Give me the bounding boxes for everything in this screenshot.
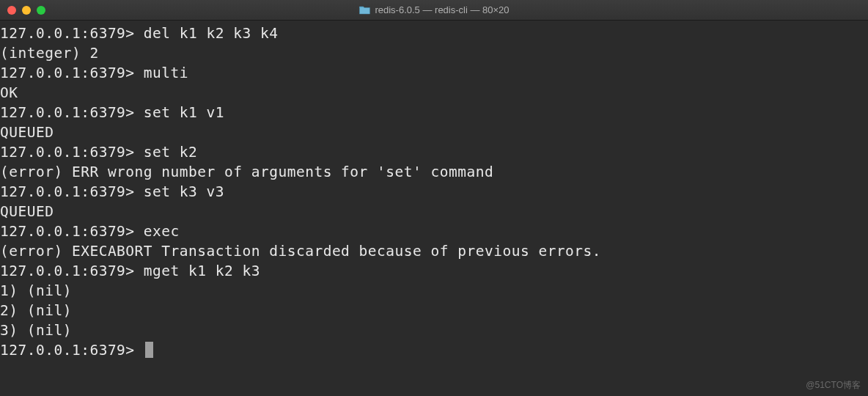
terminal-command-line: 127.0.0.1:6379> set k3 v3 [0, 182, 868, 202]
terminal-output-line: QUEUED [0, 122, 868, 142]
terminal-output-line: 3) (nil) [0, 320, 868, 340]
window-title: redis-6.0.5 — redis-cli — 80×20 [358, 4, 509, 15]
terminal-command-line: 127.0.0.1:6379> mget k1 k2 k3 [0, 261, 868, 281]
window-title-text: redis-6.0.5 — redis-cli — 80×20 [375, 4, 509, 15]
terminal-output-line: 2) (nil) [0, 301, 868, 320]
terminal-output-line: 1) (nil) [0, 281, 868, 301]
terminal-output-line: (integer) 2 [0, 43, 868, 63]
titlebar: redis-6.0.5 — redis-cli — 80×20 [0, 0, 868, 21]
terminal-output-line: QUEUED [0, 202, 868, 221]
minimize-icon[interactable] [22, 6, 31, 15]
terminal-command-line: 127.0.0.1:6379> multi [0, 63, 868, 83]
watermark: @51CTO博客 [806, 379, 861, 392]
terminal-output-line: (error) ERR wrong number of arguments fo… [0, 162, 868, 182]
terminal-command-line: 127.0.0.1:6379> set k2 [0, 142, 868, 162]
terminal-output-line: OK [0, 83, 868, 103]
folder-icon [358, 5, 370, 15]
close-icon[interactable] [7, 6, 16, 15]
terminal-command-line: 127.0.0.1:6379> del k1 k2 k3 k4 [0, 23, 868, 43]
terminal-output-line: (error) EXECABORT Transaction discarded … [0, 241, 868, 261]
terminal-command-line: 127.0.0.1:6379> set k1 v1 [0, 103, 868, 122]
maximize-icon[interactable] [37, 6, 45, 15]
terminal-command-line: 127.0.0.1:6379> [0, 340, 868, 360]
cursor [145, 342, 153, 358]
traffic-lights [7, 6, 45, 15]
terminal-command-line: 127.0.0.1:6379> exec [0, 221, 868, 241]
terminal-body[interactable]: 127.0.0.1:6379> del k1 k2 k3 k4(integer)… [0, 21, 868, 360]
